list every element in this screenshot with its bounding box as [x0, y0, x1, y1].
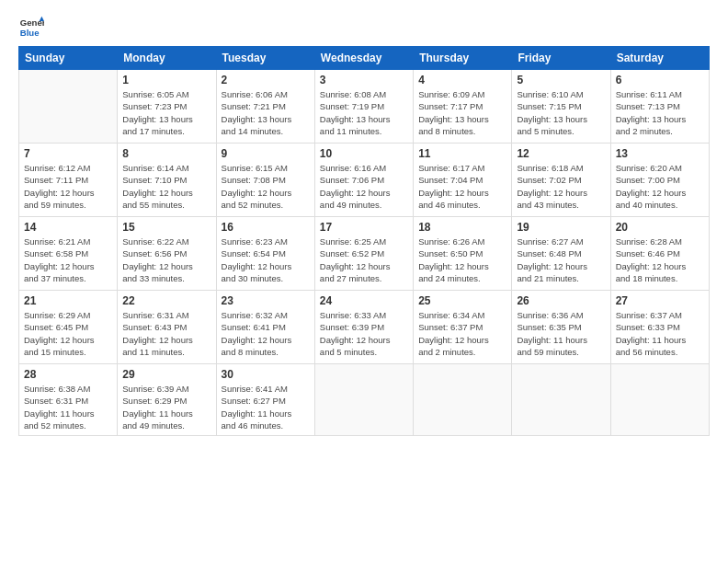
calendar-cell — [512, 364, 610, 436]
weekday-header-row: SundayMondayTuesdayWednesdayThursdayFrid… — [19, 47, 710, 70]
day-number: 4 — [418, 74, 506, 86]
day-info: Sunrise: 6:14 AMSunset: 7:10 PMDaylight:… — [122, 162, 210, 211]
calendar-cell: 28Sunrise: 6:38 AMSunset: 6:31 PMDayligh… — [19, 364, 118, 436]
day-info: Sunrise: 6:18 AMSunset: 7:02 PMDaylight:… — [517, 162, 605, 211]
day-number: 30 — [222, 368, 310, 381]
day-number: 22 — [122, 294, 210, 307]
day-number: 8 — [122, 147, 210, 160]
weekday-header-thursday: Thursday — [414, 47, 512, 70]
calendar-cell: 18Sunrise: 6:26 AMSunset: 6:50 PMDayligh… — [414, 217, 512, 291]
day-info: Sunrise: 6:31 AMSunset: 6:43 PMDaylight:… — [122, 309, 210, 358]
day-info: Sunrise: 6:22 AMSunset: 6:56 PMDaylight:… — [122, 236, 210, 284]
day-number: 15 — [122, 221, 210, 234]
calendar-cell: 24Sunrise: 6:33 AMSunset: 6:39 PMDayligh… — [314, 291, 413, 364]
calendar-cell: 22Sunrise: 6:31 AMSunset: 6:43 PMDayligh… — [118, 291, 216, 364]
day-number: 18 — [418, 221, 506, 234]
calendar-cell: 14Sunrise: 6:21 AMSunset: 6:58 PMDayligh… — [19, 217, 118, 291]
calendar-cell — [414, 364, 512, 436]
day-number: 9 — [222, 147, 310, 160]
day-info: Sunrise: 6:06 AMSunset: 7:21 PMDaylight:… — [222, 88, 310, 137]
calendar-cell: 27Sunrise: 6:37 AMSunset: 6:33 PMDayligh… — [610, 291, 709, 364]
day-number: 7 — [24, 147, 112, 160]
calendar-cell: 7Sunrise: 6:12 AMSunset: 7:11 PMDaylight… — [19, 144, 118, 217]
calendar-cell — [19, 70, 118, 144]
day-number: 11 — [418, 147, 506, 160]
day-number: 20 — [616, 221, 704, 234]
day-info: Sunrise: 6:33 AMSunset: 6:39 PMDaylight:… — [320, 309, 408, 358]
header: General Blue — [18, 15, 710, 40]
day-info: Sunrise: 6:34 AMSunset: 6:37 PMDaylight:… — [418, 309, 506, 358]
week-row-4: 21Sunrise: 6:29 AMSunset: 6:45 PMDayligh… — [19, 291, 710, 364]
calendar-cell: 8Sunrise: 6:14 AMSunset: 7:10 PMDaylight… — [118, 144, 216, 217]
logo-icon: General Blue — [18, 15, 44, 40]
day-info: Sunrise: 6:37 AMSunset: 6:33 PMDaylight:… — [616, 309, 704, 358]
day-number: 14 — [24, 221, 112, 234]
calendar-cell: 13Sunrise: 6:20 AMSunset: 7:00 PMDayligh… — [610, 144, 709, 217]
calendar-cell: 3Sunrise: 6:08 AMSunset: 7:19 PMDaylight… — [314, 70, 413, 144]
weekday-header-sunday: Sunday — [19, 47, 118, 70]
calendar-cell — [610, 364, 709, 436]
calendar-cell: 23Sunrise: 6:32 AMSunset: 6:41 PMDayligh… — [216, 291, 314, 364]
calendar-cell: 16Sunrise: 6:23 AMSunset: 6:54 PMDayligh… — [216, 217, 314, 291]
calendar-cell: 15Sunrise: 6:22 AMSunset: 6:56 PMDayligh… — [118, 217, 216, 291]
day-info: Sunrise: 6:16 AMSunset: 7:06 PMDaylight:… — [320, 162, 408, 211]
day-info: Sunrise: 6:10 AMSunset: 7:15 PMDaylight:… — [517, 88, 605, 137]
day-number: 25 — [418, 294, 506, 307]
day-number: 16 — [222, 221, 310, 234]
day-number: 3 — [320, 74, 408, 86]
day-info: Sunrise: 6:41 AMSunset: 6:27 PMDaylight:… — [222, 383, 310, 431]
calendar-cell: 9Sunrise: 6:15 AMSunset: 7:08 PMDaylight… — [216, 144, 314, 217]
day-number: 1 — [122, 74, 210, 86]
calendar-cell: 25Sunrise: 6:34 AMSunset: 6:37 PMDayligh… — [414, 291, 512, 364]
day-info: Sunrise: 6:29 AMSunset: 6:45 PMDaylight:… — [24, 309, 112, 358]
weekday-header-wednesday: Wednesday — [314, 47, 413, 70]
day-number: 26 — [517, 294, 605, 307]
weekday-header-saturday: Saturday — [610, 47, 709, 70]
day-info: Sunrise: 6:09 AMSunset: 7:17 PMDaylight:… — [418, 88, 506, 137]
day-number: 23 — [222, 294, 310, 307]
day-number: 19 — [517, 221, 605, 234]
day-info: Sunrise: 6:11 AMSunset: 7:13 PMDaylight:… — [616, 88, 704, 137]
day-info: Sunrise: 6:26 AMSunset: 6:50 PMDaylight:… — [418, 236, 506, 284]
day-info: Sunrise: 6:36 AMSunset: 6:35 PMDaylight:… — [517, 309, 605, 358]
calendar-cell: 5Sunrise: 6:10 AMSunset: 7:15 PMDaylight… — [512, 70, 610, 144]
week-row-3: 14Sunrise: 6:21 AMSunset: 6:58 PMDayligh… — [19, 217, 710, 291]
day-info: Sunrise: 6:38 AMSunset: 6:31 PMDaylight:… — [24, 383, 112, 431]
day-info: Sunrise: 6:12 AMSunset: 7:11 PMDaylight:… — [24, 162, 112, 211]
calendar-cell: 10Sunrise: 6:16 AMSunset: 7:06 PMDayligh… — [314, 144, 413, 217]
calendar-cell: 2Sunrise: 6:06 AMSunset: 7:21 PMDaylight… — [216, 70, 314, 144]
day-info: Sunrise: 6:15 AMSunset: 7:08 PMDaylight:… — [222, 162, 310, 211]
day-number: 10 — [320, 147, 408, 160]
day-number: 13 — [616, 147, 704, 160]
calendar-cell: 30Sunrise: 6:41 AMSunset: 6:27 PMDayligh… — [216, 364, 314, 436]
page: General Blue SundayMondayTuesdayWednesda… — [0, 0, 728, 563]
day-number: 21 — [24, 294, 112, 307]
day-info: Sunrise: 6:23 AMSunset: 6:54 PMDaylight:… — [222, 236, 310, 284]
calendar-cell: 4Sunrise: 6:09 AMSunset: 7:17 PMDaylight… — [414, 70, 512, 144]
week-row-1: 1Sunrise: 6:05 AMSunset: 7:23 PMDaylight… — [19, 70, 710, 144]
calendar-cell: 11Sunrise: 6:17 AMSunset: 7:04 PMDayligh… — [414, 144, 512, 217]
calendar-cell: 26Sunrise: 6:36 AMSunset: 6:35 PMDayligh… — [512, 291, 610, 364]
day-info: Sunrise: 6:05 AMSunset: 7:23 PMDaylight:… — [122, 88, 210, 137]
day-info: Sunrise: 6:32 AMSunset: 6:41 PMDaylight:… — [222, 309, 310, 358]
svg-text:Blue: Blue — [20, 28, 40, 38]
calendar-cell: 6Sunrise: 6:11 AMSunset: 7:13 PMDaylight… — [610, 70, 709, 144]
day-number: 6 — [616, 74, 704, 86]
day-info: Sunrise: 6:20 AMSunset: 7:00 PMDaylight:… — [616, 162, 704, 211]
weekday-header-friday: Friday — [512, 47, 610, 70]
day-number: 28 — [24, 368, 112, 381]
week-row-5: 28Sunrise: 6:38 AMSunset: 6:31 PMDayligh… — [19, 364, 710, 436]
day-info: Sunrise: 6:17 AMSunset: 7:04 PMDaylight:… — [418, 162, 506, 211]
calendar-table: SundayMondayTuesdayWednesdayThursdayFrid… — [18, 46, 710, 436]
day-number: 17 — [320, 221, 408, 234]
day-info: Sunrise: 6:08 AMSunset: 7:19 PMDaylight:… — [320, 88, 408, 137]
weekday-header-monday: Monday — [118, 47, 216, 70]
calendar-cell — [314, 364, 413, 436]
day-number: 5 — [517, 74, 605, 86]
day-info: Sunrise: 6:21 AMSunset: 6:58 PMDaylight:… — [24, 236, 112, 284]
day-number: 29 — [122, 368, 210, 381]
day-info: Sunrise: 6:39 AMSunset: 6:29 PMDaylight:… — [122, 383, 210, 431]
day-info: Sunrise: 6:25 AMSunset: 6:52 PMDaylight:… — [320, 236, 408, 284]
day-number: 12 — [517, 147, 605, 160]
day-number: 24 — [320, 294, 408, 307]
